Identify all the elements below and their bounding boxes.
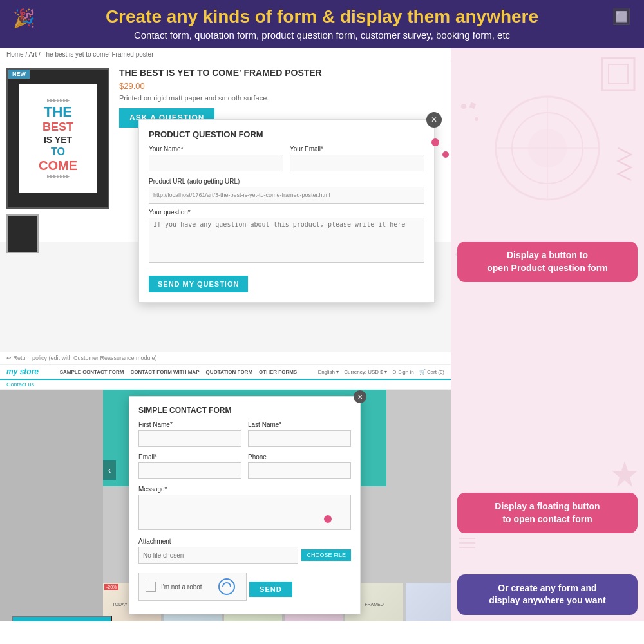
question-group: Your question* xyxy=(149,209,424,265)
product-price: $29.00 xyxy=(119,81,435,91)
svg-point-1 xyxy=(219,579,234,594)
product-image-inner: ▶▶▶▶▶▶▶ THE BEST IS YET TO COME ▶▶▶▶▶▶▶ xyxy=(19,84,97,193)
firstname-lastname-row: First Name* Last Name* xyxy=(138,421,351,447)
contact-modal-close[interactable]: ✕ xyxy=(354,390,366,403)
store-header: Home / Art / The best is yet to come' Fr… xyxy=(0,48,451,61)
product-question-modal: ✕ PRODUCT QUESTION FORM Your Name* Your … xyxy=(138,119,435,303)
recaptcha-label: I'm not a robot xyxy=(161,583,202,591)
store-logo: my store xyxy=(6,367,39,376)
url-input[interactable] xyxy=(149,187,424,204)
svg-marker-7 xyxy=(612,461,638,487)
nav-quotation[interactable]: QUOTATION FORM xyxy=(205,369,252,375)
confetti-icon-left: 🎉 xyxy=(13,8,35,29)
contact-us-bar: Contact us xyxy=(0,380,451,390)
phone-label: Phone xyxy=(248,453,351,460)
thumb-item-6[interactable] xyxy=(406,583,451,621)
contact-email-group: Email* xyxy=(138,453,242,479)
sign-in-link[interactable]: ⊙ Sign in xyxy=(392,369,414,375)
contact-dot-decoration xyxy=(324,515,332,523)
deco-star-right xyxy=(609,458,641,493)
name-group: Your Name* xyxy=(149,146,283,171)
dot-decoration-2 xyxy=(442,151,449,158)
nav-contact-map[interactable]: CONTACT FORM WITH MAP xyxy=(131,369,200,375)
currency-select[interactable]: Currency: USD $ ▾ xyxy=(344,369,387,375)
contact-modal: ✕ SIMPLE CONTACT FORM First Name* Last N… xyxy=(129,396,361,614)
left-sidebar-bg xyxy=(0,390,103,621)
breadcrumb: Home / Art / The best is yet to come' Fr… xyxy=(6,51,153,58)
nav-sample-contact[interactable]: SAMPLE CONTACT FORM xyxy=(60,369,124,375)
best-text: THE xyxy=(44,104,72,120)
lastname-group: Last Name* xyxy=(248,421,351,447)
phone-input[interactable] xyxy=(248,462,351,479)
product-title: THE BEST IS YET TO COME' FRAMED POSTER xyxy=(119,68,435,78)
recaptcha-checkbox[interactable] xyxy=(146,582,156,592)
phone-group: Phone xyxy=(248,453,351,479)
choose-file-button[interactable]: CHOOSE FILE xyxy=(301,549,351,561)
firstname-group: First Name* xyxy=(138,421,242,447)
name-email-row: Your Name* Your Email* xyxy=(149,146,424,171)
header: 🎉 Create any kinds of form & display the… xyxy=(0,0,644,48)
attach-row: CHOOSE FILE xyxy=(138,547,351,564)
cart-link[interactable]: 🛒 Cart (0) xyxy=(419,369,444,375)
firstname-input[interactable] xyxy=(138,430,242,447)
product-thumbnail[interactable] xyxy=(6,214,39,253)
modal-close-button[interactable]: ✕ xyxy=(426,112,442,128)
product-desc: Printed on rigid matt paper and smooth s… xyxy=(119,94,435,102)
message-textarea[interactable] xyxy=(138,495,351,530)
new-badge: NEW xyxy=(8,70,30,79)
message-label: Message* xyxy=(138,486,351,493)
return-policy-bar: ↩ Return policy (edit with Customer Reas… xyxy=(0,352,451,364)
create-form-tooltip-text: Or create any form anddisplay anywhere y… xyxy=(489,583,605,606)
email-phone-row: Email* Phone xyxy=(138,453,351,479)
firstname-label: First Name* xyxy=(138,421,242,428)
main-container: Home / Art / The best is yet to come' Fr… xyxy=(0,48,644,621)
attachment-group: Attachment CHOOSE FILE xyxy=(138,538,351,564)
best-text-to: TO xyxy=(51,146,65,157)
right-panel: Display a button toopen Product question… xyxy=(451,48,644,621)
store-nav: my store SAMPLE CONTACT FORM CONTACT FOR… xyxy=(0,364,451,380)
right-top-deco xyxy=(464,61,631,235)
square-icon-right: 🔲 xyxy=(612,8,631,26)
dot-decoration-1 xyxy=(431,138,439,146)
nav-arrow-left[interactable]: ‹ xyxy=(103,460,116,480)
left-panel: Home / Art / The best is yet to come' Fr… xyxy=(0,48,451,621)
product-form-tooltip-text: Display a button toopen Product question… xyxy=(487,250,607,273)
email-input[interactable] xyxy=(290,155,424,171)
file-input-display xyxy=(138,547,298,564)
recaptcha-area: I'm not a robot xyxy=(138,573,247,601)
url-label: Product URL (auto getting URL) xyxy=(149,178,424,185)
language-select[interactable]: English ▾ xyxy=(318,369,339,375)
bottom-section: ‹ ✕ SIMPLE CONTACT FORM First Name* Last… xyxy=(0,390,451,621)
url-group: Product URL (auto getting URL) xyxy=(149,178,424,204)
top-section: Home / Art / The best is yet to come' Fr… xyxy=(0,48,451,364)
name-input[interactable] xyxy=(149,155,283,171)
product-image: NEW ▶▶▶▶▶▶▶ THE BEST IS YET TO COME ▶▶▶▶… xyxy=(6,68,109,209)
discount-badge: -20% xyxy=(104,584,118,590)
send-question-button[interactable]: SEND MY QUESTION xyxy=(149,276,248,292)
deco-lines-bottom xyxy=(456,532,478,557)
contact-email-label: Email* xyxy=(138,453,242,460)
lastname-label: Last Name* xyxy=(248,421,351,428)
best-text-best: BEST xyxy=(43,120,73,133)
question-textarea[interactable] xyxy=(149,218,424,263)
modal-title: PRODUCT QUESTION FORM xyxy=(149,129,424,139)
contact-email-input[interactable] xyxy=(138,462,242,479)
header-subtitle: Contact form, quotation form, product qu… xyxy=(13,30,631,41)
lastname-input[interactable] xyxy=(248,430,351,447)
open-contact-form-button[interactable]: OPEN CONTACT FORM xyxy=(12,616,112,621)
recaptcha-logo xyxy=(214,577,240,596)
message-group: Message* xyxy=(138,486,351,533)
header-title: Create any kinds of form & display them … xyxy=(13,6,631,27)
nav-other[interactable]: OTHER FORMS xyxy=(259,369,297,375)
attachment-label: Attachment xyxy=(138,538,351,545)
email-label: Your Email* xyxy=(290,146,424,153)
deco-zigzag xyxy=(615,145,634,186)
question-label: Your question* xyxy=(149,209,424,216)
create-form-tooltip: Or create any form anddisplay anywhere y… xyxy=(457,574,638,615)
send-button[interactable]: SEND xyxy=(249,582,292,597)
email-group: Your Email* xyxy=(290,146,424,171)
contact-modal-title: SIMPLE CONTACT FORM xyxy=(138,406,351,415)
contact-form-tooltip: Display a floating buttonto open contact… xyxy=(457,493,638,533)
contact-form-tooltip-text: Display a floating buttonto open contact… xyxy=(495,501,600,524)
name-label: Your Name* xyxy=(149,146,283,153)
